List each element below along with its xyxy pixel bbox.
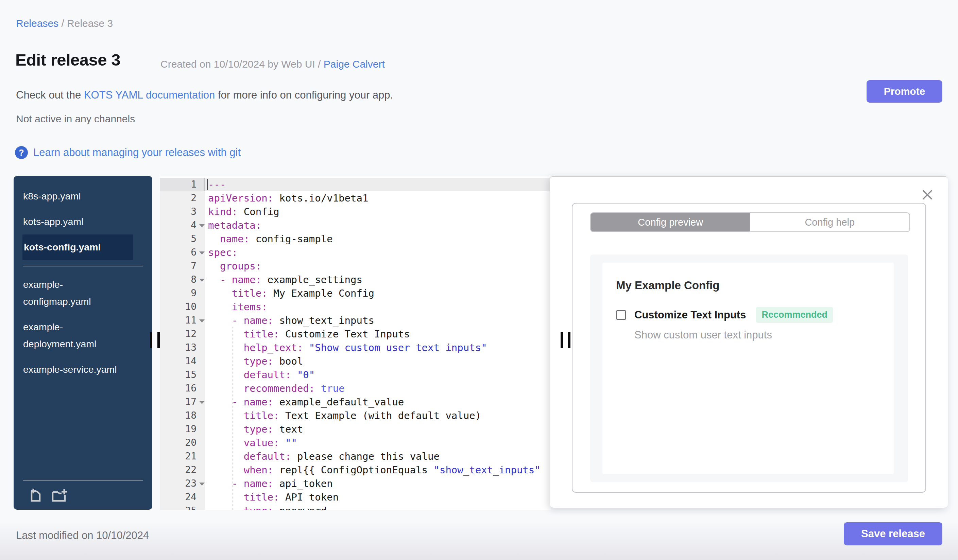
line-number: 19 bbox=[185, 423, 197, 435]
line-number: 20 bbox=[185, 437, 197, 448]
save-release-button[interactable]: Save release bbox=[844, 522, 942, 546]
git-help-row: ? Learn about managing your releases wit… bbox=[15, 146, 241, 159]
config-item-label: Customize Text Inputs bbox=[634, 309, 746, 321]
page-title: Edit release 3 bbox=[15, 50, 121, 69]
code-line[interactable]: 21 default: please change this value bbox=[160, 449, 551, 463]
code-line[interactable]: 22 when: repl{{ ConfigOptionEquals "show… bbox=[160, 463, 551, 477]
config-group-title: My Example Config bbox=[616, 279, 894, 292]
code-line[interactable]: 9 title: My Example Config bbox=[160, 286, 551, 300]
file-sidebar: k8s-app.yamlkots-app.yamlkots-config.yam… bbox=[14, 176, 152, 510]
line-number: 21 bbox=[185, 451, 197, 462]
sidebar-file-example-deployment-yaml[interactable]: example-deployment.yaml bbox=[14, 314, 152, 357]
close-icon bbox=[921, 188, 934, 201]
code-line[interactable]: 16 recommended: true bbox=[160, 381, 551, 395]
line-number: 10 bbox=[185, 301, 197, 312]
config-item-checkbox[interactable] bbox=[616, 310, 626, 320]
created-text: Created on 10/10/2024 by Web UI / Paige … bbox=[160, 59, 385, 70]
line-number: 17 bbox=[185, 396, 197, 407]
tab-config-help[interactable]: Config help bbox=[750, 213, 910, 231]
file-list-top: k8s-app.yamlkots-app.yamlkots-config.yam… bbox=[14, 176, 152, 260]
release-editor-page: Releases / Release 3 Edit release 3 Crea… bbox=[0, 0, 958, 560]
line-number: 18 bbox=[185, 410, 197, 421]
config-item-row: Customize Text Inputs Recommended bbox=[616, 307, 894, 323]
yaml-code-editor[interactable]: 1---2apiVersion: kots.io/v1beta13kind: C… bbox=[160, 176, 551, 510]
line-number: 14 bbox=[185, 356, 197, 367]
code-line[interactable]: 6spec: bbox=[160, 246, 551, 259]
code-line[interactable]: 12 title: Customize Text Inputs bbox=[160, 327, 551, 341]
preview-tabs-card: Config preview Config help My Example Co… bbox=[572, 203, 926, 493]
line-number: 16 bbox=[185, 383, 197, 394]
code-line[interactable]: 11 - name: show_text_inputs bbox=[160, 314, 551, 327]
line-number: 4 bbox=[191, 220, 197, 231]
breadcrumb: Releases / Release 3 bbox=[16, 18, 113, 29]
code-line[interactable]: 4metadata: bbox=[160, 218, 551, 232]
code-line[interactable]: 18 title: Text Example (with default val… bbox=[160, 409, 551, 422]
config-preview-panel: Config preview Config help My Example Co… bbox=[550, 176, 948, 508]
code-line[interactable]: 25 type: password bbox=[160, 504, 551, 510]
fold-arrow-icon[interactable] bbox=[199, 278, 205, 282]
config-item-help-text: Show custom user text inputs bbox=[634, 329, 894, 341]
line-number: 6 bbox=[191, 247, 197, 258]
line-number: 3 bbox=[191, 206, 197, 217]
code-line[interactable]: 10 items: bbox=[160, 300, 551, 314]
editor-preview-resize-handle[interactable] bbox=[561, 332, 574, 348]
code-line[interactable]: 5 name: config-sample bbox=[160, 232, 551, 246]
sidebar-editor-resize-handle[interactable] bbox=[150, 332, 163, 348]
code-line[interactable]: 7 groups: bbox=[160, 259, 551, 273]
breadcrumb-current: Release 3 bbox=[67, 18, 113, 29]
created-author-link[interactable]: Paige Calvert bbox=[324, 59, 385, 70]
code-line[interactable]: 8 - name: example_settings bbox=[160, 273, 551, 286]
code-line[interactable]: 2apiVersion: kots.io/v1beta1 bbox=[160, 191, 551, 205]
sidebar-file-example-service-yaml[interactable]: example-service.yaml bbox=[14, 357, 152, 382]
line-number: 13 bbox=[185, 342, 197, 353]
add-folder-icon[interactable] bbox=[51, 487, 68, 503]
fold-arrow-icon[interactable] bbox=[199, 224, 205, 227]
fold-arrow-icon[interactable] bbox=[199, 252, 205, 255]
code-line[interactable]: 13 help_text: "Show custom user text inp… bbox=[160, 341, 551, 354]
code-line[interactable]: 14 type: bool bbox=[160, 354, 551, 368]
code-line[interactable]: 20 value: "" bbox=[160, 436, 551, 449]
code-line[interactable]: 17 - name: example_default_value bbox=[160, 395, 551, 409]
help-question-icon[interactable]: ? bbox=[15, 146, 28, 159]
sidebar-file-kots-app-yaml[interactable]: kots-app.yaml bbox=[14, 209, 152, 234]
line-number: 7 bbox=[191, 260, 197, 272]
code-line[interactable]: 19 type: text bbox=[160, 422, 551, 436]
fold-arrow-icon[interactable] bbox=[199, 401, 205, 404]
sidebar-file-k8s-app-yaml[interactable]: k8s-app.yaml bbox=[14, 184, 152, 209]
line-number: 5 bbox=[191, 233, 197, 244]
line-number: 9 bbox=[191, 288, 197, 299]
preview-tabs: Config preview Config help bbox=[590, 212, 910, 232]
line-number: 24 bbox=[185, 491, 197, 503]
sidebar-file-kots-config-yaml[interactable]: kots-config.yaml bbox=[22, 234, 133, 260]
sidebar-file-example-configmap-yaml[interactable]: example-configmap.yaml bbox=[14, 272, 152, 314]
resize-bar bbox=[568, 332, 571, 348]
code-line[interactable]: 23 - name: api_token bbox=[160, 477, 551, 490]
code-line[interactable]: 15 default: "0" bbox=[160, 368, 551, 381]
resize-bar bbox=[157, 332, 160, 348]
line-number: 22 bbox=[185, 464, 197, 475]
code-line[interactable]: 3kind: Config bbox=[160, 205, 551, 218]
code-line[interactable]: 1--- bbox=[160, 178, 551, 191]
git-releases-link[interactable]: Learn about managing your releases with … bbox=[33, 146, 241, 159]
promote-button[interactable]: Promote bbox=[866, 80, 942, 103]
breadcrumb-separator: / bbox=[61, 18, 67, 29]
line-number: 15 bbox=[185, 369, 197, 380]
code-line[interactable]: 24 title: API token bbox=[160, 490, 551, 504]
created-meta: Created on 10/10/2024 by Web UI / bbox=[160, 59, 320, 70]
last-modified-text: Last modified on 10/10/2024 bbox=[16, 530, 149, 542]
file-list-bottom: example-configmap.yamlexample-deployment… bbox=[14, 272, 152, 382]
close-panel-button[interactable] bbox=[921, 188, 934, 202]
recommended-badge: Recommended bbox=[756, 307, 833, 323]
file-list-divider bbox=[23, 266, 143, 266]
tab-config-preview[interactable]: Config preview bbox=[591, 213, 750, 231]
fold-arrow-icon[interactable] bbox=[199, 482, 205, 486]
add-file-icon[interactable] bbox=[27, 487, 43, 503]
fold-arrow-icon[interactable] bbox=[199, 320, 205, 323]
line-number: 8 bbox=[191, 274, 197, 285]
doc-suffix: for more info on configuring your app. bbox=[215, 89, 393, 101]
breadcrumb-releases-link[interactable]: Releases bbox=[16, 18, 59, 29]
line-number: 1 bbox=[191, 179, 197, 190]
line-number: 11 bbox=[185, 315, 197, 326]
kots-yaml-doc-link[interactable]: KOTS YAML documentation bbox=[84, 89, 215, 101]
doc-line: Check out the KOTS YAML documentation fo… bbox=[16, 89, 393, 101]
